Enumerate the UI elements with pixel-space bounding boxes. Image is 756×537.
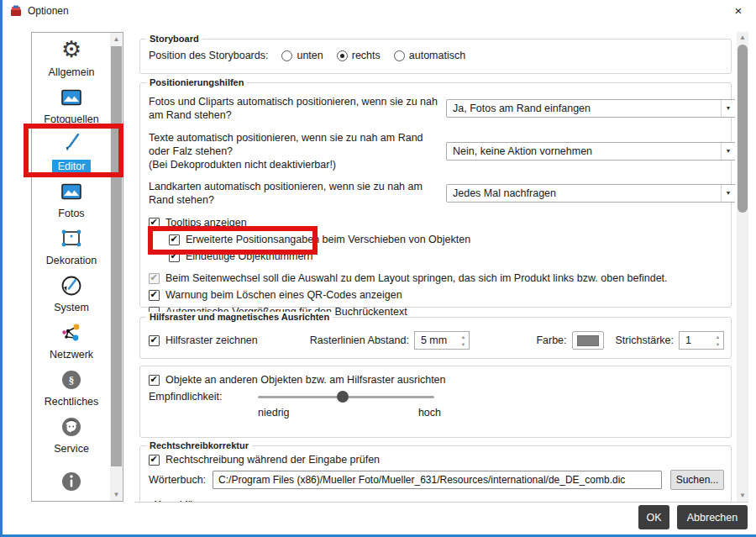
slider-thumb[interactable] bbox=[337, 391, 349, 403]
radio-automatisch[interactable]: automatisch bbox=[394, 50, 465, 61]
rasterlinien-abstand-spinner[interactable]: 5 mm ▲▼ bbox=[414, 331, 470, 350]
checkbox-icon[interactable] bbox=[149, 290, 160, 301]
scroll-up-icon[interactable]: ▲ bbox=[110, 33, 123, 45]
radio-unten[interactable]: unten bbox=[281, 50, 323, 61]
scale-high-label: hoch bbox=[418, 407, 441, 419]
sidebar-scroll-thumb[interactable] bbox=[111, 46, 122, 466]
checkbox-hilfsraster-zeichnen[interactable]: Hilfsraster zeichnen bbox=[149, 334, 258, 347]
fotos-cliparts-dropdown[interactable]: Ja, Fotos am Rand einfangen ▼ bbox=[446, 99, 735, 118]
texte-dropdown[interactable]: Nein, keine Aktion vornehmen ▼ bbox=[446, 142, 735, 161]
woerterbuch-label: Wörterbuch: bbox=[149, 474, 206, 486]
checkbox-objekte-ausrichten[interactable]: Objekte an anderen Objekten bzw. am Hilf… bbox=[140, 366, 731, 383]
sidebar-item-editor[interactable]: Editor bbox=[32, 129, 111, 176]
woerterbuch-input[interactable] bbox=[213, 471, 662, 489]
empfindlichkeit-label: Empfindlichkeit: bbox=[149, 391, 258, 403]
farbe-swatch-button[interactable] bbox=[572, 331, 604, 350]
question-text: Fotos und Cliparts automatisch positioni… bbox=[149, 95, 444, 122]
chevron-down-icon: ▼ bbox=[721, 185, 735, 202]
sidebar-item-netzwerk[interactable]: Netzwerk bbox=[32, 317, 111, 364]
settings-scrollbar[interactable]: ▲ ▼ bbox=[737, 32, 748, 502]
category-sidebar: ⚙ Allgemein Fotoquellen bbox=[31, 32, 123, 502]
checkbox-icon[interactable] bbox=[149, 218, 160, 229]
question-note: (Bei Dekoprodukten nicht deaktivierbar!) bbox=[149, 158, 444, 171]
checkbox-erweiterte-positionsangaben[interactable]: Erweiterte Positionsangaben beim Verschi… bbox=[140, 231, 731, 248]
chevron-down-icon: ▼ bbox=[721, 143, 735, 160]
system-icon bbox=[60, 273, 83, 298]
radio-label: rechts bbox=[352, 50, 381, 61]
checkbox-icon bbox=[149, 273, 160, 284]
desktop-edge-left bbox=[0, 0, 3, 537]
sidebar-item-service[interactable]: Service bbox=[32, 411, 111, 458]
question-texte: Texte automatisch positionieren, wenn si… bbox=[140, 130, 731, 172]
storyboard-position-label: Position des Storyboards: bbox=[149, 50, 268, 61]
sidebar-item-rechtliches[interactable]: § Rechtliches bbox=[32, 364, 111, 411]
close-icon[interactable]: × bbox=[726, 2, 751, 20]
checkbox-qr-warnung[interactable]: Warnung beim Löschen eines QR-Codes anze… bbox=[140, 287, 731, 303]
checkbox-icon[interactable] bbox=[169, 234, 180, 245]
category-list: ⚙ Allgemein Fotoquellen bbox=[32, 34, 111, 505]
settings-scroll-thumb[interactable] bbox=[738, 45, 748, 213]
spinner-up-icon: ▲ bbox=[461, 334, 465, 340]
settings-panel: Storyboard Position des Storyboards: unt… bbox=[134, 32, 735, 502]
strichstaerke-spinner[interactable]: 1 ▲▼ bbox=[679, 331, 724, 350]
sidebar-scrollbar[interactable]: ▲ ▼ bbox=[110, 33, 123, 501]
sidebar-item-info[interactable] bbox=[32, 458, 111, 505]
spinner-down-icon: ▼ bbox=[461, 342, 465, 347]
radio-icon[interactable] bbox=[281, 50, 292, 61]
checkbox-seitenwechsel: Beim Seitenwechsel soll die Auswahl zu d… bbox=[140, 270, 731, 287]
question-text: Landkarten automatisch positionieren, we… bbox=[149, 180, 444, 207]
spinner-value: 1 bbox=[680, 332, 712, 349]
radio-label: automatisch bbox=[409, 50, 465, 61]
scroll-down-icon[interactable]: ▼ bbox=[110, 488, 123, 501]
dropdown-value: Nein, keine Aktion vornehmen bbox=[447, 145, 721, 157]
photo-source-icon bbox=[60, 85, 82, 110]
sidebar-item-dekoration[interactable]: Dekoration bbox=[32, 223, 111, 270]
checkbox-icon[interactable] bbox=[149, 375, 160, 386]
sidebar-item-allgemein[interactable]: ⚙ Allgemein bbox=[32, 34, 111, 82]
scroll-up-icon[interactable]: ▲ bbox=[737, 32, 748, 44]
cancel-button[interactable]: Abbrechen bbox=[677, 505, 748, 529]
titlebar: Optionen × bbox=[3, 0, 756, 22]
spinner-up-icon: ▲ bbox=[716, 334, 720, 340]
sidebar-item-system[interactable]: System bbox=[32, 270, 111, 317]
color-swatch bbox=[577, 335, 599, 346]
sensitivity-slider[interactable] bbox=[258, 390, 434, 403]
group-label: Rechtschreibkorrektur bbox=[146, 440, 252, 451]
group-label: Storyboard bbox=[146, 34, 202, 45]
group-hilfsraster: Hilfsraster und magnetisches Ausrichten … bbox=[139, 317, 732, 359]
checkbox-eindeutige-objektnummern[interactable]: Eindeutige Objektnummern bbox=[140, 248, 731, 265]
question-text: Texte automatisch positionieren, wenn si… bbox=[149, 131, 444, 158]
photos-icon bbox=[60, 179, 82, 204]
gear-icon: ⚙ bbox=[61, 38, 81, 63]
checkbox-icon[interactable] bbox=[149, 335, 160, 346]
sidebar-item-fotoquellen[interactable]: Fotoquellen bbox=[32, 82, 111, 129]
paragraph-icon: § bbox=[60, 367, 82, 392]
landkarten-dropdown[interactable]: Jedes Mal nachfragen ▼ bbox=[446, 184, 735, 203]
radio-rechts[interactable]: rechts bbox=[337, 50, 381, 61]
chevron-down-icon: ▼ bbox=[721, 100, 735, 117]
headset-icon bbox=[60, 414, 83, 440]
woerterbuch-row: Wörterbuch: Suchen... bbox=[140, 470, 731, 490]
sidebar-item-fotos[interactable]: Fotos bbox=[32, 176, 111, 223]
sidebar-item-label: System bbox=[48, 301, 95, 314]
options-dialog: Optionen × ⚙ Allgemein Fotoquellen bbox=[0, 0, 756, 537]
checkbox-icon[interactable] bbox=[149, 455, 160, 466]
sidebar-item-label: Dekoration bbox=[40, 254, 102, 267]
scroll-down-icon[interactable]: ▼ bbox=[737, 490, 748, 502]
sensitivity-scale: niedrig hoch bbox=[258, 407, 441, 419]
checkbox-icon[interactable] bbox=[169, 251, 180, 262]
network-icon bbox=[60, 320, 83, 345]
checkbox-tooltips[interactable]: Tooltips anzeigen bbox=[140, 214, 731, 231]
ok-button[interactable]: OK bbox=[638, 505, 669, 529]
radio-icon[interactable] bbox=[337, 50, 348, 61]
group-positionierungshilfen: Positionierungshilfen Fotos und Cliparts… bbox=[139, 82, 732, 308]
radio-icon[interactable] bbox=[394, 50, 405, 61]
spinner-down-icon: ▼ bbox=[716, 342, 720, 347]
empfindlichkeit-row: Empfindlichkeit: bbox=[140, 390, 731, 403]
group-label: Positionierungshilfen bbox=[146, 77, 247, 88]
suchen-button[interactable]: Suchen... bbox=[670, 470, 724, 490]
question-landkarten: Landkarten automatisch positionieren, we… bbox=[140, 177, 731, 209]
svg-text:§: § bbox=[69, 374, 75, 387]
rasterlinien-abstand-label: Rasterlinien Abstand: bbox=[310, 334, 409, 346]
window-title: Optionen bbox=[28, 5, 69, 17]
